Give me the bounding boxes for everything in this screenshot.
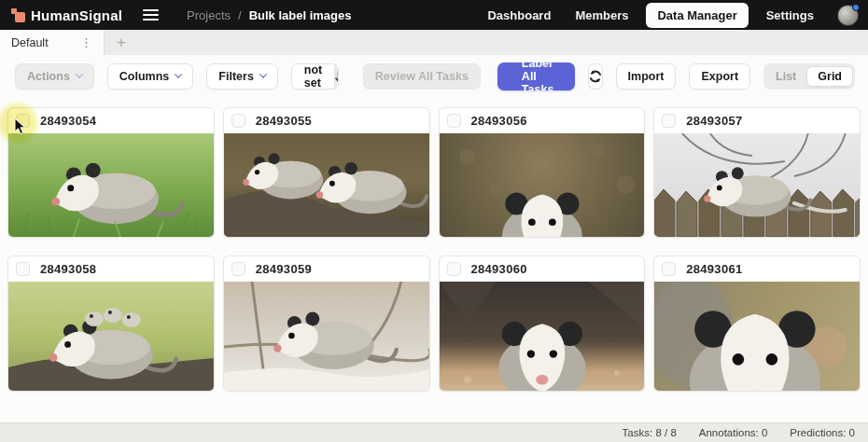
task-card[interactable]: 28493061: [653, 256, 861, 392]
task-card[interactable]: 28493059: [223, 256, 430, 392]
ordering-control: not set: [291, 63, 339, 90]
ordering-value[interactable]: not set: [292, 64, 334, 89]
notification-dot: [852, 4, 860, 11]
import-button[interactable]: Import: [616, 63, 677, 90]
task-image[interactable]: [224, 282, 429, 391]
task-id: 28493055: [256, 114, 312, 128]
actions-button[interactable]: Actions: [15, 63, 94, 90]
status-bar: Tasks: 8 / 8 Annotations: 0 Predictions:…: [0, 422, 868, 442]
brand-name: HumanSignal: [31, 7, 122, 23]
refresh-button[interactable]: [588, 63, 603, 90]
view-toggle-grid[interactable]: Grid: [806, 66, 853, 87]
view-toggle-list[interactable]: List: [765, 67, 806, 86]
task-image[interactable]: [654, 282, 860, 391]
task-id: 28493060: [471, 262, 527, 276]
top-header: HumanSignal Projects / Bulk label images…: [0, 0, 868, 30]
task-checkbox[interactable]: [662, 262, 676, 276]
humansignal-logo-icon: [11, 8, 25, 22]
task-id: 28493061: [686, 262, 742, 276]
breadcrumb-projects[interactable]: Projects: [187, 8, 231, 22]
task-card[interactable]: 28493060: [439, 256, 646, 392]
task-image[interactable]: [440, 282, 645, 391]
review-all-label: Review All Tasks: [375, 70, 469, 83]
chevron-down-icon: [76, 70, 83, 77]
sort-order-icon[interactable]: [334, 64, 339, 89]
task-checkbox[interactable]: [16, 262, 30, 276]
tab-menu-icon[interactable]: ⋮: [77, 35, 95, 49]
task-checkbox[interactable]: [662, 114, 676, 128]
task-card[interactable]: 28493057: [653, 107, 861, 238]
task-checkbox[interactable]: [231, 262, 245, 276]
annotations-count: Annotations: 0: [699, 427, 768, 438]
opossum-illustration: [8, 133, 214, 237]
task-image[interactable]: [8, 133, 214, 237]
task-grid-area: 28493054 28493055: [0, 98, 868, 422]
task-id: 28493054: [40, 114, 96, 128]
nav-members[interactable]: Members: [565, 3, 638, 28]
task-id: 28493059: [256, 262, 312, 276]
label-all-label: Label All Tasks: [497, 62, 575, 90]
task-checkbox[interactable]: [16, 114, 30, 128]
task-image[interactable]: [8, 282, 214, 391]
columns-button[interactable]: Columns: [107, 63, 193, 90]
task-checkbox[interactable]: [231, 114, 245, 128]
user-avatar[interactable]: [837, 5, 859, 26]
export-button[interactable]: Export: [689, 63, 750, 90]
header-nav: Dashboard Members Data Manager Settings: [477, 0, 824, 30]
task-card[interactable]: 28493054: [7, 107, 215, 238]
predictions-count: Predictions: 0: [790, 427, 855, 438]
view-toggle: List Grid: [763, 63, 855, 90]
refresh-icon: [589, 70, 602, 83]
view-tab-bar: Default ⋮ +: [0, 30, 868, 55]
task-checkbox[interactable]: [447, 114, 461, 128]
task-grid: 28493054 28493055: [7, 107, 861, 392]
label-all-tasks-button[interactable]: Label All Tasks: [497, 62, 575, 90]
nav-data-manager[interactable]: Data Manager: [646, 3, 748, 28]
opossum-illustration: [224, 282, 429, 391]
filters-label: Filters: [218, 70, 254, 83]
task-id: 28493056: [471, 114, 527, 128]
breadcrumb-separator: /: [238, 8, 242, 22]
data-manager-toolbar: Actions Columns Filters not set Review A…: [0, 55, 868, 98]
opossum-illustration: [654, 282, 860, 391]
task-card[interactable]: 28493058: [7, 256, 215, 392]
actions-label: Actions: [27, 70, 70, 83]
task-card[interactable]: 28493055: [223, 107, 430, 238]
opossum-illustration: [8, 282, 214, 391]
breadcrumb-current: Bulk label images: [249, 8, 352, 22]
filters-button[interactable]: Filters: [206, 63, 278, 90]
task-card[interactable]: 28493056: [439, 107, 646, 238]
tab-label: Default: [11, 36, 49, 49]
export-label: Export: [701, 70, 738, 83]
add-tab-button[interactable]: +: [105, 30, 138, 55]
opossum-illustration: [440, 282, 645, 391]
task-id: 28493057: [686, 114, 742, 128]
opossum-illustration: [654, 133, 860, 237]
import-label: Import: [628, 70, 665, 83]
hamburger-menu-icon[interactable]: [139, 6, 162, 25]
data-manager-app: HumanSignal Projects / Bulk label images…: [0, 0, 868, 442]
opossum-illustration: [440, 133, 645, 237]
brand[interactable]: HumanSignal: [11, 7, 122, 23]
task-image[interactable]: [654, 133, 860, 237]
breadcrumb: Projects / Bulk label images: [187, 8, 351, 22]
nav-dashboard[interactable]: Dashboard: [477, 3, 561, 28]
chevron-down-icon: [175, 70, 182, 77]
task-checkbox[interactable]: [447, 262, 461, 276]
task-image[interactable]: [224, 133, 429, 237]
chevron-down-icon: [259, 70, 267, 77]
columns-label: Columns: [119, 70, 169, 83]
task-id: 28493058: [40, 262, 96, 276]
review-all-tasks-button[interactable]: Review All Tasks: [363, 63, 481, 90]
opossum-illustration: [224, 133, 429, 237]
nav-settings[interactable]: Settings: [756, 3, 824, 28]
task-image[interactable]: [440, 133, 645, 237]
tab-default[interactable]: Default ⋮: [0, 30, 105, 55]
tasks-count: Tasks: 8 / 8: [623, 427, 677, 438]
